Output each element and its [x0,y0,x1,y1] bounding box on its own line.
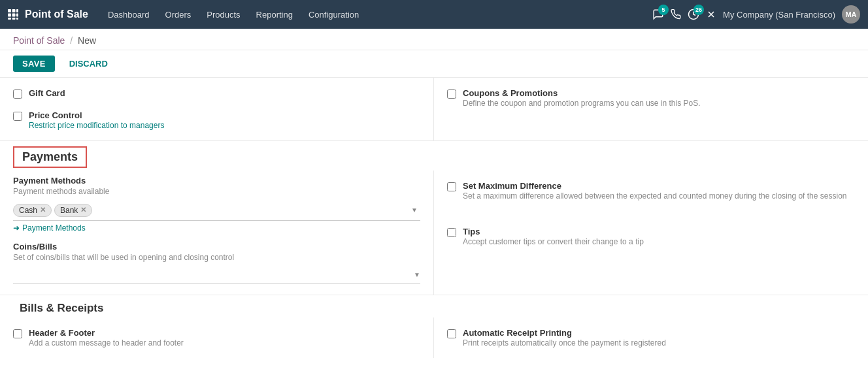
coupons-label: Coupons & Promotions [463,88,701,98]
payments-section: Payment Methods Payment methods availabl… [0,170,868,295]
tips-desc: Accept customer tips or convert their ch… [463,237,644,246]
svg-rect-5 [16,14,18,17]
nav-dashboard[interactable]: Dashboard [101,7,156,22]
tag-bank-label: Bank [60,206,78,215]
breadcrumb: Point of Sale / New [0,29,868,50]
svg-rect-3 [8,14,11,17]
coins-bills-desc: Set of coins/bills that will be used in … [13,253,420,262]
bills-right: Automatic Receipt Printing Print receipt… [434,317,868,358]
discard-button[interactable]: DISCARD [60,56,117,72]
nav-links: Dashboard Orders Products Reporting Conf… [101,7,652,22]
set-max-diff-desc: Set a maximum difference allowed between… [463,191,846,201]
company-name: My Company (San Francisco) [723,10,835,20]
payment-methods-input[interactable]: Cash ✕ Bank ✕ ▼ [13,200,420,221]
coins-bills-arrow: ▼ [414,271,420,278]
payments-left: Payment Methods Payment methods availabl… [0,170,434,295]
auto-receipt-desc: Print receipts automatically once the pa… [463,338,666,348]
price-control-link[interactable]: Restrict price modification to managers [29,121,164,130]
clock-icon[interactable]: 26 [688,8,699,20]
payment-methods-label: Payment Methods [13,176,420,186]
gift-card-label: Gift Card [29,88,65,98]
payment-methods-link[interactable]: ➜ Payment Methods [13,223,420,233]
right-col-top: Coupons & Promotions Define the coupon a… [434,78,868,140]
nav-configuration[interactable]: Configuration [302,7,365,22]
nav-reporting[interactable]: Reporting [250,7,299,22]
left-col-top: Gift Card Price Control Restrict price m… [0,78,434,140]
tips-label: Tips [463,227,644,236]
breadcrumb-parent[interactable]: Point of Sale [13,35,65,46]
svg-rect-0 [8,9,11,12]
svg-rect-8 [16,18,18,20]
tag-bank-remove[interactable]: ✕ [80,206,86,214]
set-max-diff-checkbox[interactable] [447,182,456,191]
payment-methods-desc: Payment methods available [13,187,420,196]
phone-icon[interactable] [671,9,681,20]
set-max-diff-label: Set Maximum Difference [463,181,846,191]
tips-checkbox[interactable] [447,228,456,237]
svg-rect-2 [16,9,18,12]
main-content: Gift Card Price Control Restrict price m… [0,78,868,358]
tips-row: Tips Accept customer tips or convert the… [447,221,855,251]
auto-receipt-row: Automatic Receipt Printing Print receipt… [447,323,855,353]
coupons-desc: Define the coupon and promotion programs… [463,99,701,108]
payments-heading: Payments [13,146,87,168]
top-navigation: Point of Sale Dashboard Orders Products … [0,0,868,29]
svg-rect-7 [12,18,16,20]
save-button[interactable]: SAVE [13,56,55,72]
app-brand: Point of Sale [25,8,88,20]
bills-heading: Bills & Receipts [20,302,104,314]
breadcrumb-separator: / [70,35,73,46]
auto-receipt-checkbox[interactable] [447,329,456,338]
arrow-icon: ➜ [13,223,20,233]
coupons-row: Coupons & Promotions Define the coupon a… [447,83,855,113]
avatar[interactable]: MA [842,5,860,24]
gift-card-row: Gift Card [13,83,420,104]
coins-bills-select[interactable]: ▼ [13,266,420,284]
svg-rect-4 [12,14,16,17]
header-footer-label: Header & Footer [29,328,184,338]
clock-badge: 26 [693,5,704,15]
nav-products[interactable]: Products [200,7,246,22]
bills-left: Header & Footer Add a custom message to … [0,317,434,358]
messages-badge: 5 [658,5,669,15]
breadcrumb-current: New [78,35,96,46]
bills-heading-container: Bills & Receipts [0,295,868,317]
tag-cash-label: Cash [19,206,37,215]
coins-bills-label: Coins/Bills [13,242,420,251]
svg-rect-1 [12,9,16,12]
tag-bank: Bank ✕ [54,204,92,217]
tags-dropdown-arrow[interactable]: ▼ [411,206,418,214]
bills-section: Header & Footer Add a custom message to … [0,317,868,358]
set-max-diff-row: Set Maximum Difference Set a maximum dif… [447,176,855,206]
top-section: Gift Card Price Control Restrict price m… [0,78,868,141]
nav-right-icons: 5 26 My Company (San Francisco) MA [652,5,860,24]
payments-heading-container: Payments [0,141,868,170]
tag-cash: Cash ✕ [13,204,52,217]
price-control-row: Price Control Restrict price modificatio… [13,104,420,135]
gift-card-checkbox[interactable] [13,89,22,99]
grid-icon[interactable] [8,9,18,20]
header-footer-row: Header & Footer Add a custom message to … [13,323,420,353]
close-icon[interactable] [706,9,716,20]
price-control-label: Price Control [29,110,164,120]
nav-orders[interactable]: Orders [159,7,198,22]
header-footer-checkbox[interactable] [13,329,22,338]
coins-bills-container: Coins/Bills Set of coins/bills that will… [13,242,420,284]
messages-icon[interactable]: 5 [652,8,664,20]
tag-cash-remove[interactable]: ✕ [40,206,46,214]
payments-right: Set Maximum Difference Set a maximum dif… [434,170,868,295]
header-footer-desc: Add a custom message to header and foote… [29,338,184,348]
svg-rect-6 [8,18,11,20]
auto-receipt-label: Automatic Receipt Printing [463,328,666,338]
price-control-checkbox[interactable] [13,112,22,121]
coupons-checkbox[interactable] [447,89,456,99]
action-bar: SAVE DISCARD [0,50,868,78]
